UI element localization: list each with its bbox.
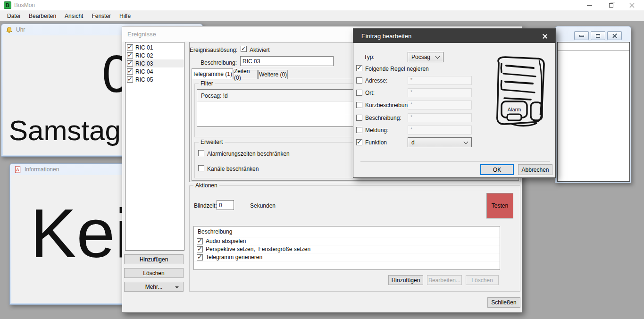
edit-entry-dialog: Eintrag bearbeiten Typ: Pocsag Folgende … <box>353 28 556 178</box>
tab-weitere[interactable]: Weitere (0) <box>258 70 288 79</box>
checkbox[interactable] <box>197 238 203 244</box>
bell-icon <box>6 26 13 34</box>
actions-list[interactable]: Beschreibung Audio abspielen Perspektive… <box>193 226 500 270</box>
actions-group: Aktionen Blindzeit: 0 Sekunden Testen Be… <box>189 185 520 292</box>
ort-checkbox[interactable] <box>356 90 362 96</box>
trigger-checkbox[interactable] <box>241 46 247 52</box>
funktion-select[interactable]: d <box>408 137 472 147</box>
ric-more-button[interactable]: Mehr... <box>124 282 184 292</box>
svg-text:A: A <box>16 167 19 172</box>
kurzbeschreibung-input[interactable]: * <box>408 101 472 109</box>
type-select[interactable]: Pocsag <box>408 52 443 62</box>
funktion-value: d <box>411 139 415 146</box>
list-item[interactable]: Telegramm generieren <box>194 253 500 261</box>
beschreibung-input[interactable]: * <box>408 113 472 122</box>
ok-button[interactable]: OK <box>480 164 514 175</box>
child-minimize-button[interactable] <box>574 31 589 40</box>
list-item-label: RIC 04 <box>135 68 153 75</box>
tab-zeiten[interactable]: Zeiten (0) <box>234 70 258 79</box>
list-item[interactable]: RIC 01 <box>125 43 184 51</box>
checkbox[interactable] <box>127 52 133 59</box>
app-title: BosMon <box>14 2 35 8</box>
cancel-button[interactable]: Abbrechen <box>518 164 552 175</box>
meldung-label: Meldung: <box>365 127 388 134</box>
menu-ansicht[interactable]: Ansicht <box>60 11 87 21</box>
funktion-checkbox[interactable] <box>356 139 362 145</box>
blind-time-input[interactable]: 0 <box>217 200 234 210</box>
checkbox[interactable] <box>127 76 133 83</box>
restrict-channels-checkbox[interactable] <box>198 165 204 171</box>
blind-time-label: Blindzeit: <box>194 202 217 209</box>
action-edit-button[interactable]: Bearbeiten... <box>427 275 462 285</box>
tab-telegramme[interactable]: Telegramme (1) <box>192 68 233 79</box>
adresse-label: Adresse: <box>365 77 387 84</box>
close-events-button[interactable]: Schließen <box>487 297 520 308</box>
child-close-button[interactable] <box>607 31 622 40</box>
type-label: Typ: <box>364 54 375 60</box>
child-window-content <box>557 42 630 182</box>
list-item[interactable]: Perspektive setzen, Fenstergröße setzen <box>194 245 500 253</box>
checkbox[interactable] <box>127 60 133 67</box>
funktion-label: Funktion <box>365 139 387 146</box>
kurzbeschreibung-checkbox[interactable] <box>356 102 362 108</box>
restrict-channels-label: Kanäle beschränken <box>207 166 259 172</box>
action-add-button[interactable]: Hinzufügen <box>388 275 423 285</box>
info-window-title: Informationen <box>25 166 59 173</box>
tab-label: Weitere (0) <box>259 71 287 78</box>
minimize-icon <box>587 5 592 6</box>
checkbox[interactable] <box>197 254 203 260</box>
main-titlebar[interactable]: B BosMon <box>0 0 644 10</box>
list-item[interactable]: Audio abspielen <box>194 237 500 245</box>
minimize-button[interactable] <box>581 0 597 10</box>
trigger-label: Ereignisauslösung: <box>190 47 237 53</box>
ort-value: * <box>410 90 412 95</box>
meldung-checkbox[interactable] <box>356 127 362 133</box>
ric-add-button[interactable]: Hinzufügen <box>124 254 184 264</box>
adresse-input[interactable]: * <box>408 76 472 85</box>
restrict-alarm-times-checkbox[interactable] <box>198 150 204 156</box>
tab-label: Telegramme (1) <box>192 71 232 77</box>
kurzbeschreibung-value: * <box>410 102 412 107</box>
adresse-value: * <box>410 77 412 83</box>
close-button[interactable] <box>624 0 640 10</box>
dialog-close-button[interactable] <box>534 29 555 43</box>
action-delete-button[interactable]: Löschen <box>466 275 499 285</box>
list-item-label: RIC 01 <box>135 44 153 51</box>
negate-rule-checkbox[interactable] <box>356 65 362 71</box>
beschreibung-value: * <box>410 115 412 120</box>
action-label: Audio abspielen <box>206 238 246 244</box>
menu-hilfe[interactable]: Hilfe <box>115 11 135 21</box>
dialog-separator <box>360 161 550 162</box>
restrict-alarm-times-label: Alarmierungszeiten beschränken <box>207 151 290 157</box>
type-value: Pocsag <box>411 54 430 60</box>
meldung-input[interactable]: * <box>408 126 472 134</box>
list-item[interactable]: RIC 03 <box>125 59 184 67</box>
list-item[interactable]: RIC 04 <box>125 67 184 76</box>
clock-date-text: Samstag, <box>9 117 128 145</box>
beschreibung-checkbox[interactable] <box>356 115 362 121</box>
blind-time-unit-label: Sekunden <box>250 202 276 209</box>
dialog-titlebar[interactable]: Eintrag bearbeiten <box>353 29 555 43</box>
adresse-checkbox[interactable] <box>356 77 362 84</box>
test-button[interactable]: Testen <box>486 193 513 218</box>
maximize-button[interactable] <box>603 0 619 10</box>
list-item[interactable]: RIC 02 <box>125 51 184 59</box>
ric-delete-button[interactable]: Löschen <box>124 268 184 278</box>
menu-bearbeiten[interactable]: Bearbeiten <box>25 11 60 21</box>
beschreibung-label: Beschreibung: <box>365 115 401 121</box>
ric-listbox[interactable]: RIC 01 RIC 02 RIC 03 RIC 04 RIC 05 <box>125 42 184 251</box>
menu-datei[interactable]: Datei <box>3 11 25 21</box>
menu-fenster[interactable]: Fenster <box>87 11 115 21</box>
description-input[interactable]: RIC 03 <box>240 56 334 66</box>
ort-input[interactable]: * <box>408 88 472 97</box>
chevron-down-icon <box>435 54 440 59</box>
kurzbeschreibung-label: Kurzbeschreibung: <box>365 102 412 109</box>
action-label: Perspektive setzen, Fenstergröße setzen <box>206 246 310 252</box>
checkbox[interactable] <box>127 68 133 75</box>
checkbox[interactable] <box>197 246 203 252</box>
child-restore-button[interactable] <box>591 31 605 40</box>
checkbox[interactable] <box>127 44 133 50</box>
list-item[interactable]: RIC 05 <box>125 76 184 84</box>
list-item-label: RIC 03 <box>135 60 153 67</box>
meldung-value: * <box>410 127 412 132</box>
